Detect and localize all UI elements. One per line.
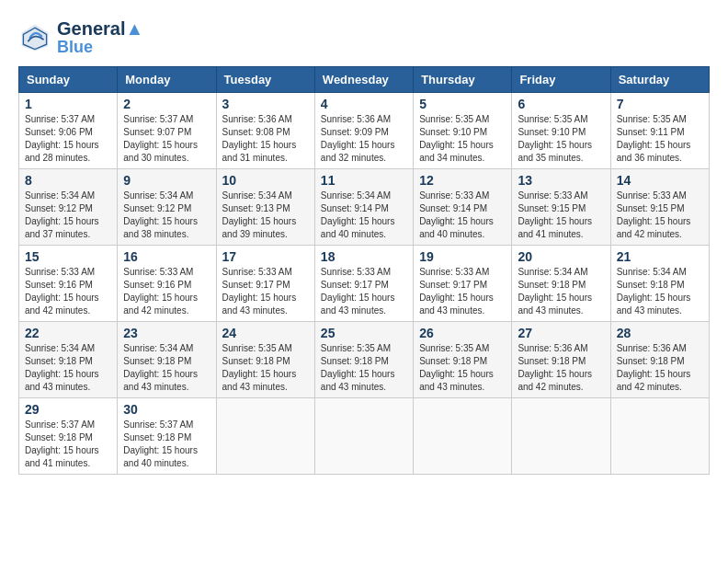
calendar-cell: 12 Sunrise: 5:33 AMSunset: 9:14 PMDaylig…: [414, 168, 512, 245]
day-number: 2: [123, 97, 210, 111]
day-info: Sunrise: 5:34 AMSunset: 9:18 PMDaylight:…: [617, 267, 691, 316]
calendar-cell: 30 Sunrise: 5:37 AMSunset: 9:18 PMDaylig…: [118, 397, 216, 474]
calendar-cell: 13 Sunrise: 5:33 AMSunset: 9:15 PMDaylig…: [512, 168, 610, 245]
calendar-cell: 6 Sunrise: 5:35 AMSunset: 9:10 PMDayligh…: [512, 92, 610, 168]
calendar-cell: [414, 397, 512, 474]
logo-icon: [18, 21, 51, 54]
day-number: 11: [321, 173, 407, 188]
logo-text: General▲ Blue: [57, 18, 143, 57]
weekday-header-wednesday: Wednesday: [314, 66, 413, 92]
calendar-cell: 14 Sunrise: 5:33 AMSunset: 9:15 PMDaylig…: [610, 168, 709, 245]
day-info: Sunrise: 5:36 AMSunset: 9:08 PMDaylight:…: [222, 114, 297, 163]
day-number: 9: [123, 173, 210, 188]
calendar-cell: 3 Sunrise: 5:36 AMSunset: 9:08 PMDayligh…: [216, 92, 314, 168]
day-info: Sunrise: 5:34 AMSunset: 9:12 PMDaylight:…: [123, 190, 198, 239]
calendar-cell: 25 Sunrise: 5:35 AMSunset: 9:18 PMDaylig…: [314, 321, 413, 397]
day-info: Sunrise: 5:35 AMSunset: 9:11 PMDaylight:…: [617, 114, 691, 163]
day-info: Sunrise: 5:36 AMSunset: 9:18 PMDaylight:…: [617, 343, 691, 392]
day-number: 14: [617, 173, 703, 188]
page-header: General▲ Blue: [18, 18, 710, 57]
day-info: Sunrise: 5:33 AMSunset: 9:14 PMDaylight:…: [419, 190, 494, 239]
calendar-cell: 10 Sunrise: 5:34 AMSunset: 9:13 PMDaylig…: [216, 168, 314, 245]
day-number: 26: [419, 326, 506, 340]
day-info: Sunrise: 5:34 AMSunset: 9:18 PMDaylight:…: [518, 267, 592, 316]
day-number: 27: [518, 326, 604, 340]
day-info: Sunrise: 5:36 AMSunset: 9:18 PMDaylight:…: [518, 343, 592, 392]
calendar-cell: 23 Sunrise: 5:34 AMSunset: 9:18 PMDaylig…: [118, 321, 216, 397]
calendar-cell: 4 Sunrise: 5:36 AMSunset: 9:09 PMDayligh…: [314, 92, 413, 168]
calendar-cell: 11 Sunrise: 5:34 AMSunset: 9:14 PMDaylig…: [314, 168, 413, 245]
day-number: 13: [518, 173, 604, 188]
day-info: Sunrise: 5:33 AMSunset: 9:16 PMDaylight:…: [25, 267, 99, 316]
day-number: 16: [123, 249, 210, 264]
logo: General▲ Blue: [18, 18, 143, 57]
calendar-cell: 15 Sunrise: 5:33 AMSunset: 9:16 PMDaylig…: [19, 245, 118, 321]
day-number: 6: [518, 97, 604, 111]
calendar-cell: 16 Sunrise: 5:33 AMSunset: 9:16 PMDaylig…: [118, 245, 216, 321]
day-number: 8: [25, 173, 111, 188]
weekday-header-friday: Friday: [512, 66, 610, 92]
day-number: 30: [123, 402, 210, 417]
day-info: Sunrise: 5:34 AMSunset: 9:18 PMDaylight:…: [123, 343, 198, 392]
calendar-table: SundayMondayTuesdayWednesdayThursdayFrid…: [18, 66, 710, 475]
day-info: Sunrise: 5:33 AMSunset: 9:17 PMDaylight:…: [222, 267, 297, 316]
calendar-cell: 26 Sunrise: 5:35 AMSunset: 9:18 PMDaylig…: [414, 321, 512, 397]
calendar-cell: [512, 397, 610, 474]
calendar-cell: [314, 397, 413, 474]
weekday-header-monday: Monday: [118, 66, 216, 92]
day-info: Sunrise: 5:33 AMSunset: 9:16 PMDaylight:…: [123, 267, 198, 316]
calendar-cell: 9 Sunrise: 5:34 AMSunset: 9:12 PMDayligh…: [118, 168, 216, 245]
day-number: 20: [518, 249, 604, 264]
day-info: Sunrise: 5:37 AMSunset: 9:18 PMDaylight:…: [25, 419, 99, 468]
calendar-cell: 18 Sunrise: 5:33 AMSunset: 9:17 PMDaylig…: [314, 245, 413, 321]
day-number: 28: [617, 326, 703, 340]
day-info: Sunrise: 5:35 AMSunset: 9:18 PMDaylight:…: [222, 343, 297, 392]
day-info: Sunrise: 5:34 AMSunset: 9:12 PMDaylight:…: [25, 190, 99, 239]
day-info: Sunrise: 5:33 AMSunset: 9:17 PMDaylight:…: [419, 267, 494, 316]
day-info: Sunrise: 5:34 AMSunset: 9:14 PMDaylight:…: [321, 190, 395, 239]
calendar-cell: [216, 397, 314, 474]
day-info: Sunrise: 5:37 AMSunset: 9:06 PMDaylight:…: [25, 114, 99, 163]
day-info: Sunrise: 5:35 AMSunset: 9:18 PMDaylight:…: [419, 343, 494, 392]
calendar-cell: 2 Sunrise: 5:37 AMSunset: 9:07 PMDayligh…: [118, 92, 216, 168]
day-info: Sunrise: 5:33 AMSunset: 9:17 PMDaylight:…: [321, 267, 395, 316]
calendar-cell: 19 Sunrise: 5:33 AMSunset: 9:17 PMDaylig…: [414, 245, 512, 321]
day-number: 18: [321, 249, 407, 264]
calendar-cell: 28 Sunrise: 5:36 AMSunset: 9:18 PMDaylig…: [610, 321, 709, 397]
day-number: 24: [222, 326, 309, 340]
day-info: Sunrise: 5:35 AMSunset: 9:10 PMDaylight:…: [419, 114, 494, 163]
day-number: 15: [25, 249, 111, 264]
weekday-header-thursday: Thursday: [414, 66, 512, 92]
calendar-cell: 20 Sunrise: 5:34 AMSunset: 9:18 PMDaylig…: [512, 245, 610, 321]
weekday-header-saturday: Saturday: [610, 66, 709, 92]
calendar-cell: 24 Sunrise: 5:35 AMSunset: 9:18 PMDaylig…: [216, 321, 314, 397]
calendar-cell: [610, 397, 709, 474]
day-number: 7: [617, 97, 703, 111]
calendar-cell: 8 Sunrise: 5:34 AMSunset: 9:12 PMDayligh…: [19, 168, 118, 245]
day-info: Sunrise: 5:37 AMSunset: 9:07 PMDaylight:…: [123, 114, 198, 163]
day-number: 4: [321, 97, 407, 111]
day-info: Sunrise: 5:34 AMSunset: 9:13 PMDaylight:…: [222, 190, 297, 239]
calendar-cell: 5 Sunrise: 5:35 AMSunset: 9:10 PMDayligh…: [414, 92, 512, 168]
day-number: 21: [617, 249, 703, 264]
day-info: Sunrise: 5:37 AMSunset: 9:18 PMDaylight:…: [123, 419, 198, 468]
day-number: 3: [222, 97, 309, 111]
day-info: Sunrise: 5:33 AMSunset: 9:15 PMDaylight:…: [518, 190, 592, 239]
day-number: 17: [222, 249, 309, 264]
day-info: Sunrise: 5:33 AMSunset: 9:15 PMDaylight:…: [617, 190, 691, 239]
calendar-cell: 21 Sunrise: 5:34 AMSunset: 9:18 PMDaylig…: [610, 245, 709, 321]
day-number: 12: [419, 173, 506, 188]
day-number: 19: [419, 249, 506, 264]
calendar-cell: 29 Sunrise: 5:37 AMSunset: 9:18 PMDaylig…: [19, 397, 118, 474]
day-info: Sunrise: 5:35 AMSunset: 9:18 PMDaylight:…: [321, 343, 395, 392]
calendar-cell: 17 Sunrise: 5:33 AMSunset: 9:17 PMDaylig…: [216, 245, 314, 321]
day-info: Sunrise: 5:36 AMSunset: 9:09 PMDaylight:…: [321, 114, 395, 163]
day-info: Sunrise: 5:35 AMSunset: 9:10 PMDaylight:…: [518, 114, 592, 163]
weekday-header-sunday: Sunday: [19, 66, 118, 92]
calendar-cell: 27 Sunrise: 5:36 AMSunset: 9:18 PMDaylig…: [512, 321, 610, 397]
day-number: 25: [321, 326, 407, 340]
calendar-cell: 1 Sunrise: 5:37 AMSunset: 9:06 PMDayligh…: [19, 92, 118, 168]
day-number: 10: [222, 173, 309, 188]
day-number: 23: [123, 326, 210, 340]
day-number: 5: [419, 97, 506, 111]
